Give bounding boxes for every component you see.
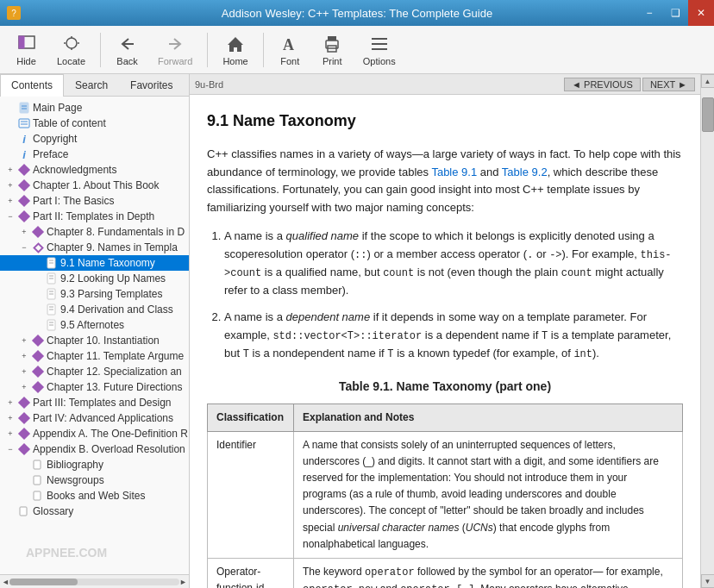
vertical-scrollbar: ▲ ▼ xyxy=(700,74,714,588)
scroll-right-btn[interactable]: ► xyxy=(179,578,187,586)
tree-item-bibliography[interactable]: Bibliography xyxy=(0,457,189,472)
tree-label: Books and Web Sites xyxy=(47,490,146,502)
toolbar: Hide Locate Back Forward Home A Font xyxy=(0,26,714,74)
tree-label: Chapter 10. Instantiation xyxy=(47,335,160,347)
tree-item-ch8[interactable]: + Chapter 8. Fundamentals in D xyxy=(0,224,189,240)
expander: + xyxy=(17,367,31,376)
expander: + xyxy=(3,197,17,205)
close-button[interactable]: ✕ xyxy=(688,0,714,26)
tree-label: Chapter 1. About This Book xyxy=(33,179,160,191)
tree-item-ch10[interactable]: + Chapter 10. Instantiation xyxy=(0,333,189,348)
print-button[interactable]: Print xyxy=(313,29,352,71)
tree-item-part1[interactable]: + Part I: The Basics xyxy=(0,193,189,209)
tree-label: Chapter 13. Future Directions xyxy=(47,381,182,393)
tree-item-ch9-5[interactable]: 9.5 Afternotes xyxy=(0,317,189,333)
scroll-down-button[interactable]: ▼ xyxy=(701,574,715,588)
tree-item-toc[interactable]: Table of content xyxy=(0,116,189,131)
locate-icon xyxy=(61,34,82,54)
tree-item-part3[interactable]: + Part III: Templates and Design xyxy=(0,395,189,410)
scroll-up-button[interactable]: ▲ xyxy=(701,74,715,88)
tree-item-books[interactable]: Books and Web Sites xyxy=(0,488,189,504)
tree-item-appendix-b[interactable]: − Appendix B. Overload Resolution xyxy=(0,441,189,457)
tree-label: Main Page xyxy=(33,102,82,114)
tree-item-appendix-a[interactable]: + Appendix A. The One-Definition R xyxy=(0,426,189,441)
tree-label: Part II: Templates in Depth xyxy=(33,210,154,222)
expander: + xyxy=(3,429,17,438)
taxonomy-table: Classification Explanation and Notes Ide… xyxy=(207,403,683,588)
print-icon xyxy=(322,34,342,54)
tree-item-ch9[interactable]: − Chapter 9. Names in Templa xyxy=(0,240,189,255)
hide-icon xyxy=(16,34,37,54)
hide-button[interactable]: Hide xyxy=(7,29,46,71)
font-label: Font xyxy=(280,56,299,66)
back-button[interactable]: Back xyxy=(108,29,147,71)
diamond-icon xyxy=(17,164,31,176)
info-icon: i xyxy=(17,148,31,160)
list-icon xyxy=(17,117,31,129)
tree-item-preface[interactable]: i Preface xyxy=(0,147,189,162)
window-title: Addison Wesley: C++ Templates: The Compl… xyxy=(222,7,492,20)
tree-label: Glossary xyxy=(33,505,73,517)
tree-item-acknowledgments[interactable]: + Acknowledgments xyxy=(0,162,189,178)
tree-label: 9.5 Afternotes xyxy=(60,319,124,331)
window-controls: − ❑ ✕ xyxy=(636,0,714,26)
tree-label: Copyright xyxy=(33,133,77,145)
horizontal-scrollbar[interactable]: ◄ ► xyxy=(0,574,189,588)
tree-item-glossary[interactable]: Glossary xyxy=(0,504,189,519)
minimize-button[interactable]: − xyxy=(636,0,662,26)
print-label: Print xyxy=(323,56,342,66)
tree-item-main-page[interactable]: Main Page xyxy=(0,100,189,116)
home-icon xyxy=(225,34,246,54)
tree-item-newsgroups[interactable]: Newsgroups xyxy=(0,472,189,488)
locate-button[interactable]: Locate xyxy=(49,29,93,71)
diamond-icon xyxy=(17,179,31,191)
scroll-left-btn[interactable]: ◄ xyxy=(2,578,9,586)
forward-label: Forward xyxy=(158,56,192,66)
tree-item-copyright[interactable]: i Copyright xyxy=(0,131,189,147)
doc-small-icon xyxy=(31,459,45,471)
svg-rect-12 xyxy=(328,36,336,41)
tree-item-ch9-2[interactable]: 9.2 Looking Up Names xyxy=(0,271,189,286)
tree-item-part2[interactable]: − Part II: Templates in Depth xyxy=(0,209,189,224)
options-button[interactable]: Options xyxy=(355,29,404,71)
separator-2 xyxy=(207,33,208,67)
tree-label: 9.4 Derivation and Class xyxy=(60,303,173,316)
font-button[interactable]: A Font xyxy=(271,29,310,71)
tree-item-ch13[interactable]: + Chapter 13. Future Directions xyxy=(0,379,189,395)
tree-item-ch9-1[interactable]: 9.1 Name Taxonomy xyxy=(0,255,189,271)
expander: + xyxy=(3,181,17,190)
next-button[interactable]: NEXT ► xyxy=(642,78,695,91)
svg-rect-14 xyxy=(372,38,387,40)
tree-item-ch12[interactable]: + Chapter 12. Specialization an xyxy=(0,364,189,379)
tree-label: Chapter 9. Names in Templa xyxy=(47,241,178,253)
table92-link[interactable]: Table 9.2 xyxy=(502,166,548,178)
tree-item-ch-about[interactable]: + Chapter 1. About This Book xyxy=(0,178,189,193)
diamond-open-icon xyxy=(31,241,45,253)
scroll-thumb xyxy=(702,97,714,132)
forward-button[interactable]: Forward xyxy=(150,29,200,71)
sidebar-tabs: Contents Search Favorites xyxy=(0,74,189,97)
restore-button[interactable]: ❑ xyxy=(662,0,688,26)
tree-label: Chapter 12. Specialization an xyxy=(47,366,182,378)
separator-3 xyxy=(263,33,264,67)
cell-explanation-operator: The keyword operator followed by the sym… xyxy=(294,559,683,588)
tree-item-part4[interactable]: + Part IV: Advanced Applications xyxy=(0,410,189,426)
content-area: 9.1 Name Taxonomy C++ classifies names i… xyxy=(190,95,700,588)
tab-contents[interactable]: Contents xyxy=(0,74,64,97)
tab-favorites[interactable]: Favorites xyxy=(119,74,184,96)
table91-link[interactable]: Table 9.1 xyxy=(431,166,477,178)
tree-item-ch9-4[interactable]: 9.4 Derivation and Class xyxy=(0,302,189,317)
expander: + xyxy=(17,352,31,360)
tree-label: Appendix A. The One-Definition R xyxy=(33,428,188,440)
back-label: Back xyxy=(116,56,137,66)
title-bar: ? Addison Wesley: C++ Templates: The Com… xyxy=(0,0,714,26)
tree-item-ch9-3[interactable]: 9.3 Parsing Templates xyxy=(0,286,189,302)
prev-button[interactable]: ◄ PREVIOUS xyxy=(564,78,641,91)
tree-item-ch11[interactable]: + Chapter 11. Template Argume xyxy=(0,348,189,364)
home-button[interactable]: Home xyxy=(215,29,255,71)
svg-rect-17 xyxy=(20,103,28,113)
tab-search[interactable]: Search xyxy=(64,74,119,96)
svg-rect-16 xyxy=(372,48,387,50)
doc-small-icon xyxy=(31,490,45,502)
intro-paragraph: C++ classifies names in a variety of way… xyxy=(207,146,683,217)
